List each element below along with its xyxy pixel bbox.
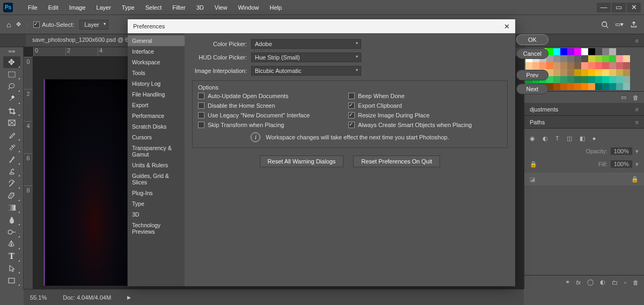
swatch[interactable] <box>595 48 602 55</box>
menu-select[interactable]: Select <box>140 4 167 11</box>
opt-beep[interactable]: Beep When Done <box>348 93 502 99</box>
swatch[interactable] <box>588 55 595 62</box>
menu-view[interactable]: View <box>209 4 233 11</box>
brush-tool[interactable] <box>3 153 20 165</box>
toolbox-collapse-icon[interactable] <box>9 50 15 54</box>
restore-button[interactable]: ▭ <box>612 3 626 12</box>
swatch[interactable] <box>567 48 574 55</box>
swatch[interactable] <box>609 62 616 69</box>
path-select-tool[interactable] <box>3 263 20 274</box>
swatch[interactable] <box>567 83 574 90</box>
prefs-cat-guides-grid-slices[interactable]: Guides, Grid & Slices <box>128 170 185 188</box>
swatch[interactable] <box>588 48 595 55</box>
ruler-vertical[interactable]: 02468 <box>24 57 33 289</box>
swatch[interactable] <box>588 69 595 76</box>
prefs-cat-interface[interactable]: Interface <box>128 46 185 57</box>
swatch[interactable] <box>602 83 609 90</box>
prev-button[interactable]: Prev <box>516 70 548 80</box>
opt-smart-obj[interactable]: Always Create Smart Objects when Placing <box>348 122 502 128</box>
swatch[interactable] <box>553 69 560 76</box>
filter-shape-icon[interactable]: ◫ <box>567 135 572 142</box>
paths-panel-tab[interactable]: Paths≡ <box>524 116 644 129</box>
swatch[interactable] <box>553 76 560 83</box>
swatch[interactable] <box>595 62 602 69</box>
marquee-tool[interactable] <box>3 69 20 80</box>
prefs-cat-units-rulers[interactable]: Units & Rulers <box>128 160 185 170</box>
menu-file[interactable]: File <box>23 4 43 11</box>
swatch[interactable] <box>616 76 623 83</box>
reset-on-quit-button[interactable]: Reset Preferences On Quit <box>353 155 440 167</box>
swatch[interactable] <box>595 83 602 90</box>
new-swatch-icon[interactable]: ▭ <box>621 94 626 101</box>
prefs-cat-scratch-disks[interactable]: Scratch Disks <box>128 121 185 132</box>
swatch[interactable] <box>602 48 609 55</box>
swatch[interactable] <box>609 69 616 76</box>
frame-tool[interactable] <box>3 117 20 129</box>
frame-icon[interactable]: ▭▾ <box>615 21 624 28</box>
shape-tool[interactable] <box>3 274 20 286</box>
swatch[interactable] <box>623 62 630 69</box>
group-icon[interactable]: 🗀 <box>612 279 618 286</box>
healing-brush-tool[interactable] <box>3 142 20 153</box>
menu-window[interactable]: Window <box>232 4 264 11</box>
gradient-tool[interactable] <box>3 202 20 214</box>
prefs-cat--d[interactable]: 3D <box>128 209 185 220</box>
prefs-cat-technology-previews[interactable]: Technology Previews <box>128 220 185 237</box>
filter-dot-icon[interactable]: ● <box>592 135 596 142</box>
swatch[interactable] <box>560 83 567 90</box>
opacity-field[interactable]: 100% <box>611 147 632 155</box>
reset-warnings-button[interactable]: Reset All Warning Dialogs <box>260 155 344 167</box>
swatch[interactable] <box>574 69 581 76</box>
swatch[interactable] <box>553 83 560 90</box>
fx-icon[interactable]: fx <box>576 279 581 286</box>
swatch[interactable] <box>567 69 574 76</box>
prefs-cat-tools[interactable]: Tools <box>128 68 185 78</box>
swatch[interactable] <box>581 62 588 69</box>
swatch[interactable] <box>581 48 588 55</box>
swatch[interactable] <box>623 83 630 90</box>
swatch[interactable] <box>581 55 588 62</box>
zoom-level[interactable]: 55.1% <box>30 294 47 301</box>
filter-adjust-icon[interactable]: ◐ <box>543 135 548 142</box>
prefs-cat-cursors[interactable]: Cursors <box>128 132 185 143</box>
swatch[interactable] <box>609 55 616 62</box>
swatch[interactable] <box>616 62 623 69</box>
swatch[interactable] <box>553 55 560 62</box>
swatch[interactable] <box>588 76 595 83</box>
prefs-cat-general[interactable]: General <box>128 35 185 46</box>
link-layers-icon[interactable]: ⚭ <box>565 279 570 286</box>
hud-picker-select[interactable]: Hue Strip (Small) <box>251 53 361 62</box>
ok-button[interactable]: OK <box>516 34 548 45</box>
search-icon[interactable] <box>601 21 609 28</box>
swatch[interactable] <box>609 76 616 83</box>
lock-icon[interactable]: 🔒 <box>530 161 537 168</box>
swatch[interactable] <box>560 62 567 69</box>
swatch[interactable] <box>616 55 623 62</box>
prefs-cat-history-log[interactable]: History Log <box>128 78 185 89</box>
menu-layer[interactable]: Layer <box>91 4 116 11</box>
blur-tool[interactable] <box>3 214 20 226</box>
prefs-cat-performance[interactable]: Performance <box>128 110 185 121</box>
swatch[interactable] <box>616 83 623 90</box>
swatch[interactable] <box>560 76 567 83</box>
eyedropper-tool[interactable] <box>3 129 20 141</box>
swatch[interactable] <box>588 83 595 90</box>
next-button[interactable]: Next <box>516 84 548 94</box>
swatch[interactable] <box>574 62 581 69</box>
eraser-tool[interactable] <box>3 190 20 202</box>
swatch[interactable] <box>581 83 588 90</box>
auto-select-checkbox[interactable]: Auto-Select: <box>33 21 74 28</box>
swatch[interactable] <box>602 62 609 69</box>
swatch[interactable] <box>609 48 616 55</box>
swatch[interactable] <box>553 48 560 55</box>
filter-smart-icon[interactable]: ◧ <box>580 135 585 142</box>
filter-type-icon[interactable]: T <box>555 135 559 142</box>
swatch[interactable] <box>623 55 630 62</box>
swatch[interactable] <box>623 76 630 83</box>
mask-icon[interactable]: ◯ <box>587 279 594 286</box>
swatch[interactable] <box>588 62 595 69</box>
menu-type[interactable]: Type <box>116 4 140 11</box>
adjustment-layer-icon[interactable]: ◐ <box>600 279 605 286</box>
magic-wand-tool[interactable] <box>3 93 20 105</box>
swatch[interactable] <box>574 83 581 90</box>
